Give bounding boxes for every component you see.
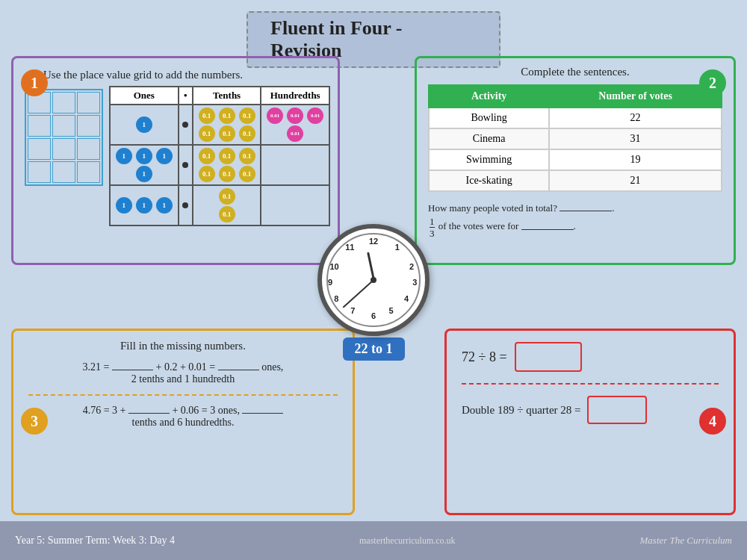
dot-cell [179, 145, 193, 185]
fraction-numerator: 1 [430, 217, 435, 228]
section4-box: 72 ÷ 8 = Double 189 ÷ quarter 28 = [444, 329, 736, 515]
q2-blank1 [128, 413, 170, 414]
hundredths-cell [261, 145, 329, 185]
ones-cell: 1 [110, 105, 179, 145]
grid-cell [77, 115, 100, 137]
clock-num-10: 10 [329, 262, 338, 271]
fraction: 1 3 [430, 217, 435, 238]
section2-box: Complete the sentences. Activity Number … [415, 56, 736, 265]
place-value-table: Ones • Tenths Hundredths 1 0.1 0.1 0.1 [109, 86, 330, 226]
tenths-circle: 0.1 [219, 108, 235, 124]
ones-circle: 1 [156, 148, 173, 164]
tenths-circle: 0.1 [239, 148, 255, 164]
hundredths-circle: 0.01 [287, 125, 303, 142]
ones-cell: 1 1 1 1 [110, 145, 179, 185]
tenths-cell: 0.1 0.1 [193, 185, 261, 225]
clock-center-dot [371, 277, 376, 283]
vote-count: 19 [549, 149, 722, 170]
ones-circle: 1 [116, 197, 132, 214]
section4-divider [462, 383, 719, 385]
clock-num-3: 3 [412, 278, 417, 287]
tenths-cell: 0.1 0.1 0.1 0.1 0.1 0.1 [193, 145, 261, 185]
col-activity: Activity [429, 85, 549, 108]
grid-cell [28, 138, 51, 160]
tenths-circle: 0.1 [219, 166, 235, 182]
activity-name: Cinema [429, 128, 549, 149]
clock-num-7: 7 [350, 306, 355, 315]
col-ones: Ones [110, 87, 179, 105]
votes-header-row: Activity Number of votes [429, 85, 722, 108]
tenths-circle: 0.1 [239, 166, 255, 182]
section3-divider [28, 394, 338, 396]
section4-q1: 72 ÷ 8 = [462, 342, 719, 372]
section-number-3: 3 [21, 408, 48, 435]
clock-num-9: 9 [328, 278, 332, 287]
footer: Year 5: Summer Term: Week 3: Day 4 maste… [0, 521, 747, 560]
q1-blank2 [218, 370, 259, 370]
dot-cell [179, 105, 193, 145]
clock-num-2: 2 [409, 262, 414, 271]
clock-num-12: 12 [369, 237, 378, 246]
q2-text: 1 3 of the votes were for . [428, 217, 722, 238]
decimal-dot [182, 122, 188, 128]
ones-circle: 1 [136, 197, 152, 214]
section4-q2: Double 189 ÷ quarter 28 = [462, 396, 719, 424]
col-hundredths: Hundredths [261, 87, 329, 105]
clock-num-5: 5 [388, 306, 393, 315]
decimal-dot [182, 202, 188, 208]
section3-q1: 3.21 = + 0.2 + 0.01 = ones, 2 tenths and… [28, 361, 338, 385]
hundredths-circle: 0.01 [267, 108, 283, 124]
grid-cell [52, 138, 75, 160]
section-number-4: 4 [699, 408, 726, 435]
clock-face: 12 1 2 3 4 5 6 7 8 9 10 11 [317, 224, 430, 336]
footer-right-text: Master The Curriculum [640, 535, 733, 547]
q2-answer-blank [521, 229, 574, 230]
grid-cell [52, 115, 75, 137]
tenths-cell: 0.1 0.1 0.1 0.1 0.1 0.1 [193, 105, 261, 145]
tenths-circle: 0.1 [239, 108, 255, 124]
section3-q2: 4.76 = 3 + + 0.06 = 3 ones, tenths and 6… [28, 405, 338, 429]
pv-row: 1 1 1 1 0.1 0.1 0.1 0.1 0.1 0.1 [110, 145, 329, 185]
hundredths-circle: 0.01 [287, 108, 303, 124]
vote-count: 31 [549, 128, 722, 149]
q2-text: Double 189 ÷ quarter 28 = [462, 404, 581, 417]
ones-circle: 1 [136, 148, 152, 164]
activity-name: Bowling [429, 108, 549, 128]
q2-answer-box [587, 396, 647, 424]
decimal-dot [182, 162, 188, 168]
q1-blank1 [112, 370, 153, 370]
votes-row: Cinema 31 [429, 128, 722, 149]
ones-cell: 1 1 1 [110, 185, 179, 225]
q2-blank2 [242, 413, 283, 414]
grid-cell [77, 161, 100, 183]
place-value-grid [25, 89, 103, 186]
section1-instruction: Use the place value grid to add the numb… [43, 69, 330, 81]
clock-num-11: 11 [345, 243, 354, 252]
hundredths-cell [261, 185, 329, 225]
q1-text: How many people voted in total? . [428, 199, 722, 217]
clock-num-6: 6 [371, 311, 376, 320]
grid-cell [77, 92, 100, 113]
q1-label: How many people voted in total? [428, 202, 557, 214]
votes-table: Activity Number of votes Bowling 22 Cine… [428, 84, 722, 192]
ones-circle: 1 [156, 197, 173, 214]
tenths-circle: 0.1 [219, 148, 235, 164]
pv-row: 1 1 1 0.1 0.1 [110, 185, 329, 225]
dot-cell [179, 185, 193, 225]
pv-row: 1 0.1 0.1 0.1 0.1 0.1 0.1 0.01 0.01 [110, 105, 329, 145]
tenths-circle: 0.1 [219, 206, 235, 223]
votes-row: Bowling 22 [429, 108, 722, 128]
col-dot: • [179, 87, 193, 105]
clock-label: 22 to 1 [343, 337, 405, 361]
tenths-circle: 0.1 [239, 125, 255, 142]
clock-num-1: 1 [395, 243, 400, 252]
activity-name: Ice-skating [429, 170, 549, 191]
tenths-circle: 0.1 [219, 125, 235, 142]
section3-box: Fill in the missing numbers. 3.21 = + 0.… [11, 329, 355, 515]
ones-circle: 1 [136, 166, 152, 182]
q1-answer-blank [560, 211, 612, 211]
q1-answer-box [515, 342, 582, 372]
vote-count: 22 [549, 108, 722, 128]
tenths-circle: 0.1 [219, 188, 235, 205]
votes-row: Swimming 19 [429, 149, 722, 170]
